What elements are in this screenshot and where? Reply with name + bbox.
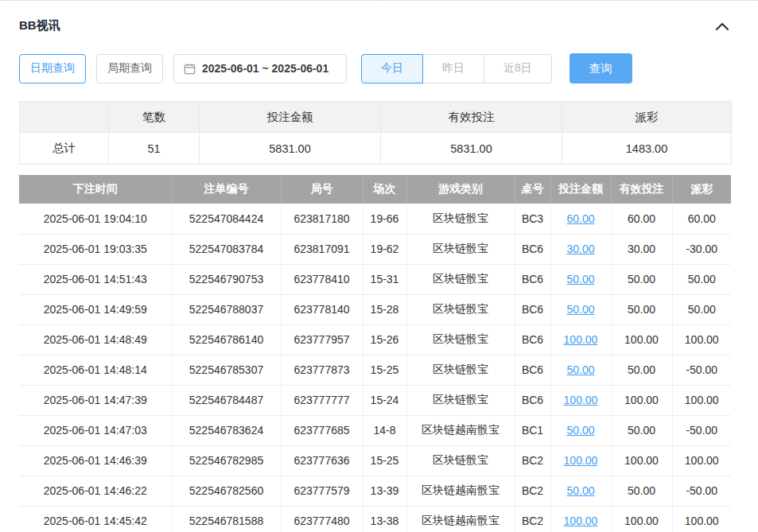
bet-amount-link[interactable]: 50.00 <box>566 484 594 497</box>
cell-bet-time: 2025-06-01 14:51:43 <box>19 264 172 294</box>
cell-round-no: 623817091 <box>281 234 363 264</box>
panel-header: BB视讯 <box>19 18 731 33</box>
cell-order-no: 522546788037 <box>172 294 281 324</box>
collapse-button[interactable] <box>713 20 731 33</box>
date-range-value: 2025-06-01 ~ 2025-06-01 <box>202 62 328 75</box>
bet-amount-link[interactable]: 60.00 <box>566 212 594 225</box>
search-button[interactable]: 查询 <box>569 53 632 83</box>
col-header-bet-time: 下注时间 <box>19 175 172 204</box>
cell-valid-bet: 30.00 <box>611 234 672 264</box>
cell-table-no: BC6 <box>515 385 550 415</box>
cell-session: 15-25 <box>363 445 406 476</box>
cell-game-type: 区块链骰宝 <box>406 234 515 264</box>
cell-table-no: BC2 <box>515 476 550 506</box>
quick-range-yesterday[interactable]: 昨日 <box>422 54 484 83</box>
summary-payout-value: 1483.00 <box>562 133 732 165</box>
cell-round-no: 623777579 <box>281 476 363 506</box>
bet-amount-link[interactable]: 50.00 <box>566 363 594 376</box>
cell-table-no: BC6 <box>515 264 550 294</box>
cell-table-no: BC6 <box>515 234 550 264</box>
bet-amount-link[interactable]: 100.00 <box>564 454 598 467</box>
cell-game-type: 区块链骰宝 <box>406 445 515 476</box>
cell-round-no: 623777873 <box>281 355 363 385</box>
cell-order-no: 522546782985 <box>172 445 281 476</box>
cell-round-no: 623777685 <box>281 415 363 445</box>
cell-bet-time: 2025-06-01 14:47:39 <box>19 385 172 415</box>
round-query-button[interactable]: 局期查询 <box>96 54 163 83</box>
cell-bet-amount: 50.00 <box>550 264 611 294</box>
table-row: 2025-06-01 14:46:39 522546782985 6237776… <box>19 445 731 476</box>
cell-bet-amount: 60.00 <box>550 204 611 234</box>
cell-payout: 100.00 <box>672 324 731 355</box>
cell-bet-time: 2025-06-01 19:03:35 <box>19 234 172 264</box>
cell-bet-amount: 100.00 <box>550 506 611 532</box>
col-header-payout: 派彩 <box>672 175 731 204</box>
bet-amount-link[interactable]: 50.00 <box>566 303 594 316</box>
cell-bet-time: 2025-06-01 14:48:49 <box>19 324 172 355</box>
cell-game-type: 区块链骰宝 <box>406 294 515 324</box>
cell-game-type: 区块链越南骰宝 <box>406 476 515 506</box>
cell-game-type: 区块链骰宝 <box>406 324 515 355</box>
cell-payout: -50.00 <box>672 476 731 506</box>
cell-table-no: BC6 <box>515 294 550 324</box>
filter-bar: 日期查询 局期查询 2025-06-01 ~ 2025-06-01 今日 昨日 … <box>19 53 731 83</box>
cell-table-no: BC1 <box>515 415 550 445</box>
table-row: 2025-06-01 14:45:42 522546781588 6237774… <box>19 506 731 532</box>
bet-amount-link[interactable]: 30.00 <box>566 243 594 255</box>
cell-payout: 50.00 <box>672 294 731 324</box>
cell-game-type: 区块链骰宝 <box>406 264 515 294</box>
col-header-game-type: 游戏类别 <box>406 175 515 204</box>
page-title: BB视讯 <box>19 18 60 33</box>
summary-header-row: 笔数 投注金额 有效投注 派彩 <box>20 102 732 133</box>
cell-order-no: 522546783624 <box>172 415 281 445</box>
chevron-up-icon <box>715 21 729 31</box>
cell-bet-time: 2025-06-01 19:04:10 <box>19 204 172 234</box>
cell-bet-amount: 50.00 <box>550 294 611 324</box>
cell-session: 15-24 <box>363 385 406 415</box>
cell-bet-amount: 100.00 <box>550 445 611 476</box>
quick-range-today[interactable]: 今日 <box>361 54 423 83</box>
table-row: 2025-06-01 14:46:22 522546782560 6237775… <box>19 476 731 506</box>
summary-header-count: 笔数 <box>109 102 200 133</box>
bet-amount-link[interactable]: 100.00 <box>564 333 598 346</box>
summary-count-value: 51 <box>109 133 200 165</box>
cell-session: 15-26 <box>363 324 406 355</box>
cell-valid-bet: 50.00 <box>611 294 672 324</box>
table-row: 2025-06-01 14:48:49 522546786140 6237779… <box>19 324 731 355</box>
summary-header-valid-bet: 有效投注 <box>381 102 562 133</box>
cell-payout: -50.00 <box>672 355 731 385</box>
date-range-input[interactable]: 2025-06-01 ~ 2025-06-01 <box>173 54 347 83</box>
cell-order-no: 522547083784 <box>172 234 281 264</box>
cell-session: 14-8 <box>363 415 406 445</box>
cell-bet-amount: 30.00 <box>550 234 611 264</box>
calendar-icon <box>184 63 196 75</box>
cell-game-type: 区块链骰宝 <box>406 355 515 385</box>
cell-session: 13-38 <box>363 506 406 532</box>
cell-game-type: 区块链骰宝 <box>406 385 515 415</box>
cell-table-no: BC3 <box>515 204 550 234</box>
table-row: 2025-06-01 19:03:35 522547083784 6238170… <box>19 234 731 264</box>
bet-table-body: 2025-06-01 19:04:10 522547084424 6238171… <box>19 204 731 532</box>
cell-round-no: 623778140 <box>281 294 363 324</box>
cell-session: 15-28 <box>363 294 406 324</box>
table-row: 2025-06-01 14:47:39 522546784487 6237777… <box>19 385 731 415</box>
cell-bet-time: 2025-06-01 14:46:39 <box>19 445 172 476</box>
summary-total-row: 总计 51 5831.00 5831.00 1483.00 <box>20 133 732 165</box>
bet-amount-link[interactable]: 100.00 <box>564 394 598 406</box>
quick-range-last8days[interactable]: 近8日 <box>484 54 552 83</box>
bet-amount-link[interactable]: 50.00 <box>566 424 594 437</box>
cell-valid-bet: 50.00 <box>611 415 672 445</box>
table-row: 2025-06-01 19:04:10 522547084424 6238171… <box>19 204 731 234</box>
cell-bet-time: 2025-06-01 14:45:42 <box>19 506 172 532</box>
table-row: 2025-06-01 14:48:14 522546785307 6237778… <box>19 355 731 385</box>
summary-header-payout: 派彩 <box>562 102 732 133</box>
bet-amount-link[interactable]: 50.00 <box>566 273 594 285</box>
cell-table-no: BC6 <box>515 355 550 385</box>
cell-payout: 50.00 <box>672 264 731 294</box>
date-query-button[interactable]: 日期查询 <box>19 54 86 83</box>
cell-round-no: 623777957 <box>281 324 363 355</box>
cell-table-no: BC6 <box>515 324 550 355</box>
summary-valid-bet-value: 5831.00 <box>381 133 562 165</box>
bet-amount-link[interactable]: 100.00 <box>564 515 598 527</box>
summary-header-bet-amount: 投注金额 <box>200 102 381 133</box>
